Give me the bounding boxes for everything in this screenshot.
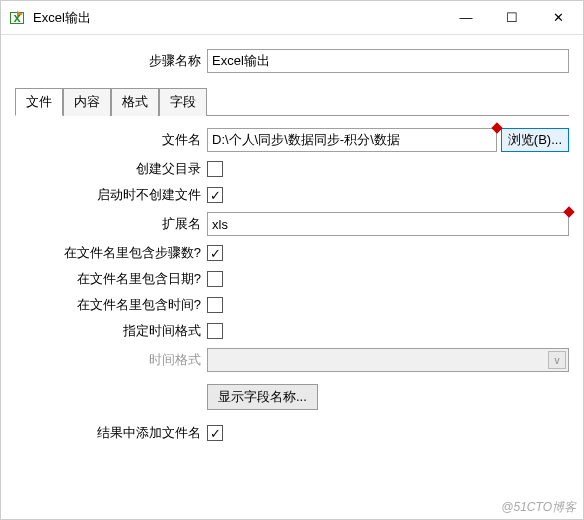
chevron-down-icon: v <box>548 351 566 369</box>
watermark: @51CTO博客 <box>501 499 576 516</box>
tab-file[interactable]: 文件 <box>15 88 63 116</box>
excel-icon: x <box>9 10 25 26</box>
step-name-input[interactable] <box>207 49 569 73</box>
specify-format-label: 指定时间格式 <box>15 322 207 340</box>
create-parent-checkbox[interactable] <box>207 161 223 177</box>
include-step-label: 在文件名里包含步骤数? <box>15 244 207 262</box>
tab-format[interactable]: 格式 <box>111 88 159 116</box>
include-time-label: 在文件名里包含时间? <box>15 296 207 314</box>
include-time-checkbox[interactable] <box>207 297 223 313</box>
window-title: Excel输出 <box>33 9 443 27</box>
add-to-result-checkbox[interactable] <box>207 425 223 441</box>
tabs: 文件 内容 格式 字段 <box>15 87 569 116</box>
window: x Excel输出 — ☐ ✕ 步骤名称 文件 内容 格式 字段 文件名 浏览(… <box>0 0 584 520</box>
maximize-button[interactable]: ☐ <box>489 2 535 34</box>
step-name-label: 步骤名称 <box>15 52 207 70</box>
no-create-startup-label: 启动时不创建文件 <box>15 186 207 204</box>
time-format-label: 时间格式 <box>15 351 207 369</box>
extension-label: 扩展名 <box>15 215 207 233</box>
filename-input[interactable] <box>207 128 497 152</box>
tab-fields[interactable]: 字段 <box>159 88 207 116</box>
extension-input[interactable] <box>207 212 569 236</box>
close-button[interactable]: ✕ <box>535 2 581 34</box>
include-date-label: 在文件名里包含日期? <box>15 270 207 288</box>
browse-button[interactable]: 浏览(B)... <box>501 128 569 152</box>
no-create-startup-checkbox[interactable] <box>207 187 223 203</box>
show-field-names-button[interactable]: 显示字段名称... <box>207 384 318 410</box>
svg-text:x: x <box>13 10 21 25</box>
tab-content[interactable]: 内容 <box>63 88 111 116</box>
minimize-button[interactable]: — <box>443 2 489 34</box>
create-parent-label: 创建父目录 <box>15 160 207 178</box>
include-date-checkbox[interactable] <box>207 271 223 287</box>
include-step-checkbox[interactable] <box>207 245 223 261</box>
time-format-select: v <box>207 348 569 372</box>
titlebar: x Excel输出 — ☐ ✕ <box>1 1 583 35</box>
specify-format-checkbox[interactable] <box>207 323 223 339</box>
filename-label: 文件名 <box>15 131 207 149</box>
add-to-result-label: 结果中添加文件名 <box>15 424 207 442</box>
